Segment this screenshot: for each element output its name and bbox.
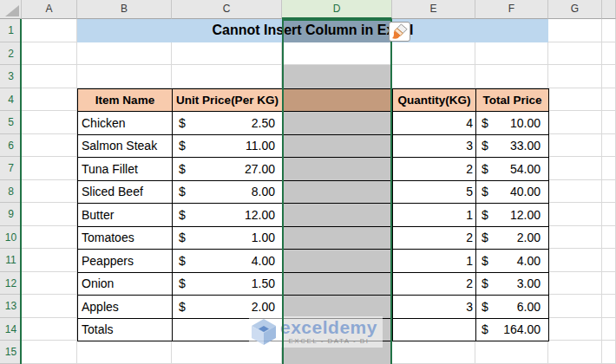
cell[interactable] — [77, 65, 172, 88]
column-header-F[interactable]: F — [475, 0, 548, 19]
cell[interactable] — [548, 88, 602, 112]
cell[interactable] — [602, 65, 616, 88]
cell[interactable] — [548, 341, 602, 364]
row-header-9[interactable]: 9 — [0, 203, 22, 226]
cell[interactable] — [22, 65, 77, 88]
cell[interactable] — [392, 341, 475, 364]
cell[interactable] — [548, 65, 602, 88]
column-header-partial[interactable] — [602, 0, 616, 19]
cell[interactable] — [22, 88, 77, 112]
cell[interactable] — [602, 203, 616, 226]
row-header-14[interactable]: 14 — [0, 318, 22, 341]
selected-column-cell[interactable] — [283, 112, 393, 135]
item-name-cell[interactable]: Butter — [78, 204, 173, 227]
quantity-cell[interactable]: 2 — [393, 227, 476, 250]
item-name-cell[interactable]: Salmon Steak — [78, 135, 173, 159]
cell[interactable] — [602, 42, 616, 66]
unit-price-cell[interactable]: $2.50 — [173, 112, 283, 135]
table-header-item-name[interactable]: Item Name — [78, 89, 173, 113]
column-header-C[interactable]: C — [172, 0, 282, 19]
cell[interactable] — [22, 19, 77, 42]
column-header-B[interactable]: B — [77, 0, 172, 19]
cell[interactable] — [602, 157, 616, 180]
row-header-10[interactable]: 10 — [0, 226, 22, 250]
table-header-quantity[interactable]: Quantity(KG) — [393, 89, 476, 113]
quantity-cell[interactable]: 4 — [393, 112, 476, 135]
cell[interactable] — [475, 42, 548, 66]
cell[interactable] — [22, 272, 77, 296]
row-header-3[interactable]: 3 — [0, 65, 22, 88]
cell[interactable] — [22, 226, 77, 250]
row-header-5[interactable]: 5 — [0, 111, 22, 134]
row-header-6[interactable]: 6 — [0, 134, 22, 158]
quantity-cell[interactable]: 2 — [393, 158, 476, 181]
column-header-G[interactable]: G — [548, 0, 602, 19]
cell[interactable] — [172, 42, 282, 66]
unit-price-cell[interactable]: $11.00 — [173, 135, 283, 159]
selected-column-cell[interactable] — [283, 250, 393, 273]
quantity-cell[interactable]: 3 — [393, 135, 476, 159]
cell[interactable] — [602, 341, 616, 364]
cell[interactable] — [602, 318, 616, 341]
totals-label-cell[interactable]: Totals — [78, 319, 173, 342]
unit-price-cell[interactable]: $2.00 — [173, 296, 283, 319]
total-price-cell[interactable]: $12.00 — [476, 204, 549, 227]
total-price-cell[interactable]: $6.00 — [476, 296, 549, 319]
total-price-cell[interactable]: $2.00 — [476, 227, 549, 250]
cell[interactable] — [548, 272, 602, 296]
selected-column-cell[interactable] — [283, 273, 393, 296]
item-name-cell[interactable]: Onion — [78, 273, 173, 296]
item-name-cell[interactable]: Tomatoes — [78, 227, 173, 250]
grand-total-cell[interactable]: $164.00 — [476, 319, 549, 342]
cell[interactable] — [602, 226, 616, 250]
table-header-selected-column[interactable] — [283, 89, 393, 113]
unit-price-cell[interactable]: $8.00 — [173, 181, 283, 205]
column-header-E[interactable]: E — [392, 0, 475, 19]
cell[interactable] — [548, 249, 602, 272]
selected-column-cell[interactable] — [283, 158, 393, 181]
unit-price-cell[interactable]: $1.00 — [173, 227, 283, 250]
cell[interactable] — [22, 249, 77, 272]
title-cell[interactable]: Cannot Insert Column in Excel — [77, 19, 548, 42]
quantity-cell[interactable]: 1 — [393, 250, 476, 273]
total-price-cell[interactable]: $33.00 — [476, 135, 549, 159]
row-header-1[interactable]: 1 — [0, 19, 22, 42]
cell[interactable] — [22, 318, 77, 341]
cell[interactable] — [548, 42, 602, 66]
cell[interactable] — [602, 295, 616, 318]
column-header-D[interactable]: D — [282, 0, 392, 19]
quantity-cell[interactable]: 3 — [393, 296, 476, 319]
cell[interactable] — [548, 318, 602, 341]
row-header-15[interactable]: 15 — [0, 341, 22, 364]
cell[interactable] — [548, 157, 602, 180]
quantity-cell[interactable]: 5 — [393, 181, 476, 205]
cell[interactable] — [22, 180, 77, 204]
table-header-total-price[interactable]: Total Price — [476, 89, 549, 113]
cell[interactable] — [602, 249, 616, 272]
cell[interactable] — [602, 19, 616, 42]
total-price-cell[interactable]: $4.00 — [476, 250, 549, 273]
cell[interactable] — [548, 180, 602, 204]
cell[interactable] — [602, 134, 616, 158]
item-name-cell[interactable]: Apples — [78, 296, 173, 319]
cell[interactable] — [602, 88, 616, 112]
cell[interactable] — [22, 295, 77, 318]
total-price-cell[interactable]: $54.00 — [476, 158, 549, 181]
cell[interactable] — [602, 180, 616, 204]
unit-price-cell[interactable]: $27.00 — [173, 158, 283, 181]
row-header-11[interactable]: 11 — [0, 249, 22, 272]
cell[interactable] — [392, 42, 475, 66]
empty-cell[interactable] — [393, 319, 476, 342]
selected-column-cell[interactable] — [283, 227, 393, 250]
unit-price-cell[interactable]: $4.00 — [173, 250, 283, 273]
cell[interactable] — [22, 134, 77, 158]
row-header-7[interactable]: 7 — [0, 157, 22, 180]
row-header-4[interactable]: 4 — [0, 88, 22, 112]
selected-column-cell[interactable] — [283, 135, 393, 159]
cell[interactable] — [548, 226, 602, 250]
cell[interactable] — [548, 203, 602, 226]
selected-column-cell[interactable] — [283, 204, 393, 227]
row-header-12[interactable]: 12 — [0, 272, 22, 296]
row-header-8[interactable]: 8 — [0, 180, 22, 204]
cell[interactable] — [172, 65, 282, 88]
